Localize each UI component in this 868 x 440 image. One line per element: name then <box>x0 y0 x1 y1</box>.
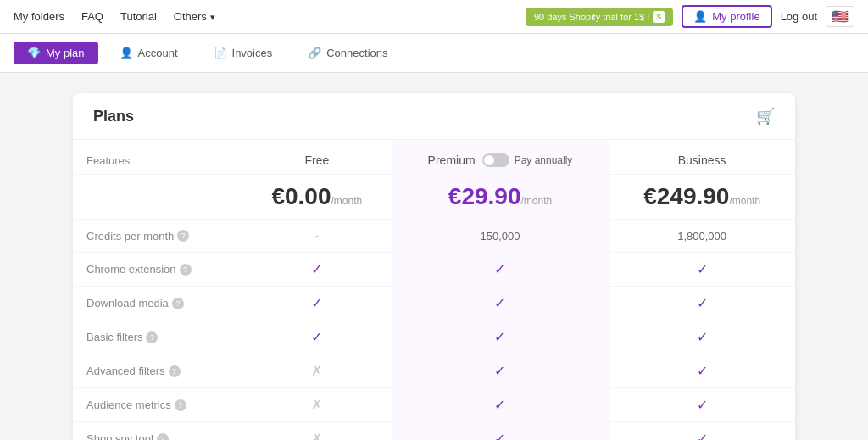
premium-feature-cell: ✓ <box>392 287 609 320</box>
check-icon: ✓ <box>311 262 322 276</box>
table-row: Basic filters ? ✓✓✓ <box>73 320 795 354</box>
col-premium-header: Premium Pay annually <box>392 140 609 175</box>
table-row: Download media ? ✓✓✓ <box>73 287 795 320</box>
check-icon: ✓ <box>494 330 505 344</box>
shopify-badge: 90 days Shopify trial for 1$ ! S <box>526 8 673 26</box>
cart-icon: 🛒 <box>756 107 775 125</box>
feature-label-cell: Audience metrics ? <box>73 388 242 422</box>
price-row: €0.00/month €29.90/month €249.90/month <box>73 175 795 220</box>
free-feature-cell: ✓ <box>242 287 392 320</box>
top-navigation: My folders FAQ Tutorial Others 90 days S… <box>0 0 868 34</box>
nav-faq[interactable]: FAQ <box>81 10 103 23</box>
business-feature-cell: ✓ <box>609 354 795 388</box>
price-premium-cell: €29.90/month <box>392 175 609 220</box>
nav-right: 90 days Shopify trial for 1$ ! S 👤 My pr… <box>526 5 854 28</box>
premium-feature-cell: ✓ <box>392 354 609 388</box>
info-icon[interactable]: ? <box>157 433 169 441</box>
premium-header-content: Premium Pay annually <box>405 153 596 167</box>
business-feature-cell: ✓ <box>609 422 795 441</box>
nav-tutorial[interactable]: Tutorial <box>120 10 157 23</box>
free-feature-cell: ✗ <box>242 354 392 388</box>
price-free-cell: €0.00/month <box>242 175 392 220</box>
toggle-switch[interactable] <box>482 153 509 167</box>
business-feature-cell: 1,800,000 <box>609 220 795 253</box>
invoice-icon: 📄 <box>214 47 227 59</box>
price-business-amount: €249.90/month <box>643 183 760 209</box>
check-icon: ✓ <box>697 398 708 412</box>
plans-title: Plans <box>93 108 134 125</box>
check-icon: ✓ <box>494 262 505 276</box>
business-feature-cell: ✓ <box>609 287 795 320</box>
my-profile-button[interactable]: 👤 My profile <box>682 5 771 28</box>
check-icon: ✓ <box>494 432 505 440</box>
col-features-header: Features <box>73 140 242 175</box>
check-icon: ✓ <box>311 296 322 310</box>
premium-feature-cell: ✓ <box>392 320 609 354</box>
feature-label-cell: Download media ? <box>73 287 242 320</box>
free-feature-cell: - <box>242 220 392 253</box>
tab-my-plan[interactable]: 💎 My plan <box>14 42 98 64</box>
free-feature-cell: ✗ <box>242 422 392 441</box>
free-feature-cell: ✓ <box>242 320 392 354</box>
account-icon: 👤 <box>120 47 133 59</box>
check-icon: ✓ <box>697 364 708 378</box>
free-feature-cell: ✗ <box>242 388 392 422</box>
flag-us-button[interactable]: 🇺🇸 <box>826 6 854 27</box>
price-business-cell: €249.90/month <box>609 175 795 220</box>
cross-icon: ✗ <box>311 398 322 412</box>
free-feature-cell: ✓ <box>242 253 392 287</box>
logout-button[interactable]: Log out <box>781 10 817 23</box>
col-business-header: Business <box>609 140 795 175</box>
price-free-amount: €0.00/month <box>271 183 362 209</box>
cross-icon: ✗ <box>311 432 322 440</box>
chevron-down-icon <box>210 10 215 23</box>
table-row: Audience metrics ? ✗✓✓ <box>73 388 795 422</box>
info-icon[interactable]: ? <box>180 264 192 276</box>
check-icon: ✓ <box>494 296 505 310</box>
table-row: Credits per month ? -150,0001,800,000 <box>73 220 795 253</box>
feature-label-cell: Shop spy tool ? <box>73 422 242 441</box>
info-icon[interactable]: ? <box>169 365 181 377</box>
person-icon: 👤 <box>693 10 707 23</box>
check-icon: ✓ <box>697 330 708 344</box>
col-free-header: Free <box>242 140 392 175</box>
premium-feature-cell: ✓ <box>392 422 609 441</box>
premium-feature-cell: ✓ <box>392 388 609 422</box>
nav-links: My folders FAQ Tutorial Others <box>14 10 215 23</box>
check-icon: ✓ <box>311 330 322 344</box>
info-icon[interactable]: ? <box>175 399 186 411</box>
tab-invoices[interactable]: 📄 Invoices <box>199 41 287 65</box>
cross-icon: ✗ <box>311 364 322 378</box>
check-icon: ✓ <box>697 262 708 276</box>
price-premium-amount: €29.90/month <box>448 183 552 209</box>
feature-label-cell: Advanced filters ? <box>73 354 242 388</box>
check-icon: ✓ <box>697 296 708 310</box>
check-icon: ✓ <box>494 398 505 412</box>
table-row: Advanced filters ? ✗✓✓ <box>73 354 795 388</box>
plans-card: Plans 🛒 Features Free Premium <box>73 93 795 440</box>
check-icon: ✓ <box>697 432 708 440</box>
plan-icon: 💎 <box>27 47 41 59</box>
nav-my-folders[interactable]: My folders <box>14 10 64 23</box>
premium-feature-cell: ✓ <box>392 253 609 287</box>
nav-others[interactable]: Others <box>174 10 215 23</box>
business-feature-cell: ✓ <box>609 388 795 422</box>
info-icon[interactable]: ? <box>146 331 158 343</box>
table-row: Shop spy tool ? ✗✓✓ <box>73 422 795 441</box>
info-icon[interactable]: ? <box>177 230 189 242</box>
feature-label-cell: Basic filters ? <box>73 320 242 354</box>
pay-annually-toggle: Pay annually <box>482 153 573 167</box>
price-features-cell <box>73 175 242 220</box>
tab-connections[interactable]: 🔗 Connections <box>293 41 402 65</box>
main-content: Plans 🛒 Features Free Premium <box>53 73 815 440</box>
feature-label-cell: Chrome extension ? <box>73 253 242 287</box>
check-icon: ✓ <box>494 364 505 378</box>
tab-account[interactable]: 👤 Account <box>105 41 192 65</box>
info-icon[interactable]: ? <box>172 298 184 309</box>
shopify-icon: S <box>653 11 665 23</box>
plans-table: Features Free Premium Pay annually <box>73 140 795 440</box>
business-feature-cell: ✓ <box>609 320 795 354</box>
feature-label-cell: Credits per month ? <box>73 220 242 253</box>
connections-icon: 🔗 <box>308 47 321 59</box>
premium-feature-cell: 150,000 <box>392 220 609 253</box>
